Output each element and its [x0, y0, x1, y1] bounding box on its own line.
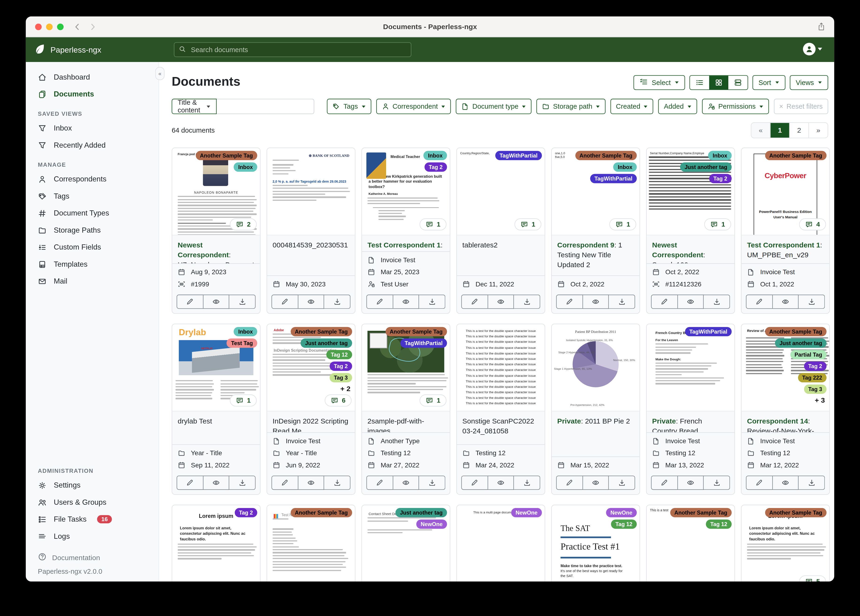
tag-pill[interactable]: NewOne — [511, 508, 542, 517]
tag-pill[interactable]: Tag 3 — [329, 373, 352, 382]
notes-badge[interactable]: 1 — [230, 394, 257, 406]
document-card[interactable]: Lorem ipsumLorem ipsum dolor sit amet, c… — [171, 505, 261, 581]
view-grid-button[interactable] — [709, 75, 728, 89]
edit-button[interactable] — [366, 476, 393, 490]
download-button[interactable] — [229, 476, 256, 490]
notes-badge[interactable]: 1 — [420, 394, 446, 406]
tag-pill[interactable]: Just another tag — [680, 162, 731, 172]
preview-button[interactable] — [203, 476, 229, 490]
notes-badge[interactable]: 4 — [799, 218, 826, 230]
document-title[interactable]: InDesign 2022 Scripting Read Me — [267, 412, 355, 432]
tag-pill[interactable]: Another Sample Tag — [290, 508, 352, 517]
notes-badge[interactable]: 5 — [799, 575, 826, 581]
tag-pill[interactable]: Tag 12 — [611, 520, 637, 529]
document-title[interactable]: Test Correspondent 1: UM_PPBE_en_v29 — [741, 235, 829, 263]
view-list-button[interactable] — [690, 75, 709, 89]
tag-pill[interactable]: Another Sample Tag — [290, 327, 352, 336]
tag-pill[interactable]: Test Tag — [227, 338, 257, 348]
sidebar-item-mail[interactable]: Mail — [26, 273, 159, 289]
filter-created-button[interactable]: Created — [610, 99, 653, 114]
page-button-prev[interactable]: « — [751, 123, 770, 138]
download-button[interactable] — [324, 476, 350, 490]
tag-pill[interactable]: Inbox — [234, 327, 257, 336]
document-title[interactable]: Test Correspondent 1: [paperless] test p… — [362, 235, 450, 251]
document-card[interactable]: CyberPowerPowerPanel® Business EditionUs… — [741, 148, 830, 314]
filter-text-input[interactable] — [217, 99, 314, 114]
document-card[interactable]: Test NameAnother Sample Tag — [267, 505, 356, 581]
document-card[interactable]: Medical TeacherHas the new Kirkpatrick g… — [361, 148, 450, 314]
preview-button[interactable] — [678, 476, 704, 490]
share-icon[interactable] — [817, 22, 825, 33]
tag-pill[interactable]: Another Sample Tag — [670, 508, 731, 517]
tag-pill[interactable]: TagWithPartial — [685, 327, 731, 336]
document-card[interactable]: AdobeInDesign Scripting DocumentationAno… — [267, 324, 356, 495]
sidebar-item-correspondents[interactable]: Correspondents — [26, 171, 159, 188]
document-thumbnail[interactable]: Another Sample TagTagWithPartial1 — [362, 324, 450, 412]
tag-pill[interactable]: Just another tag — [301, 338, 352, 348]
edit-button[interactable] — [271, 476, 298, 490]
notes-badge[interactable]: 1 — [610, 218, 636, 230]
sidebar-item-inbox[interactable]: Inbox — [26, 119, 159, 137]
correspondent-name[interactable]: Newest Correspondent — [178, 241, 229, 259]
edit-button[interactable] — [746, 295, 773, 309]
filter-document-type-button[interactable]: Document type — [456, 99, 532, 114]
tag-pill[interactable]: Another Sample Tag — [575, 151, 637, 160]
preview-button[interactable] — [393, 295, 419, 309]
notes-badge[interactable]: 1 — [420, 218, 446, 230]
edit-button[interactable] — [176, 295, 203, 309]
tag-pill[interactable]: NewOne — [606, 508, 637, 517]
edit-button[interactable] — [366, 295, 393, 309]
document-thumbnail[interactable]: ⊛ BANK OF SCOTLAND2,0 % p. a. auf Ihr Ta… — [267, 148, 355, 236]
document-card[interactable]: Contact Sheet DemoJust another tagNewOne — [361, 505, 450, 581]
document-thumbnail[interactable]: CyberPowerPowerPanel® Business EditionUs… — [741, 148, 829, 236]
tag-pill[interactable]: Tag 12 — [326, 350, 352, 360]
document-thumbnail[interactable]: Review of Arbitral AwardsAnother Sample … — [741, 324, 829, 412]
preview-button[interactable] — [298, 476, 324, 490]
document-thumbnail[interactable]: Lorem ipsumLorem ipsum dolor sit amet, c… — [172, 505, 260, 581]
document-card[interactable]: Serial Number,Company Name,EmployeInboxJ… — [646, 148, 735, 314]
document-thumbnail[interactable]: This is a testAnother Sample TagTag 12 — [647, 505, 734, 581]
tag-pill[interactable]: Another Sample Tag — [765, 151, 827, 160]
document-title[interactable]: Correspondent 14: Review-of-New-York-Fed… — [741, 412, 829, 432]
global-search[interactable] — [174, 42, 411, 57]
download-button[interactable] — [514, 476, 540, 490]
document-title[interactable]: tablerates2 — [457, 235, 545, 275]
page-button-next[interactable]: » — [808, 123, 828, 138]
correspondent-name[interactable]: Newest Correspondent — [652, 241, 703, 259]
preview-button[interactable] — [583, 295, 609, 309]
user-menu[interactable] — [803, 43, 822, 55]
search-input[interactable] — [190, 45, 406, 54]
brand[interactable]: Paperless-ngx — [34, 43, 101, 56]
tag-pill[interactable]: Another Sample Tag — [196, 151, 257, 160]
document-thumbnail[interactable]: Lorem ipsumLorem ipsum dolor sit amet, c… — [741, 505, 829, 581]
document-title[interactable]: 2sample-pdf-with-images — [362, 412, 450, 432]
views-dropdown-button[interactable]: Views — [790, 75, 828, 90]
tag-pill[interactable]: Partial Tag — [790, 350, 826, 360]
document-title[interactable]: Newest Correspondent: Sample100.csv — [647, 235, 734, 263]
tag-pill[interactable]: Another Sample Tag — [385, 327, 447, 336]
tag-pill[interactable]: Tag 12 — [706, 520, 732, 529]
sidebar-item-recently-added[interactable]: Recently Added — [26, 137, 159, 154]
download-button[interactable] — [419, 295, 445, 309]
tag-pill[interactable]: Inbox — [613, 162, 637, 172]
correspondent-name[interactable]: Test Correspondent 1 — [747, 241, 820, 249]
document-title[interactable]: drylab Test — [172, 412, 260, 445]
preview-button[interactable] — [773, 295, 799, 309]
download-button[interactable] — [419, 476, 445, 490]
sidebar-item-document-types[interactable]: Document Types — [26, 205, 159, 222]
edit-button[interactable] — [556, 295, 583, 309]
sidebar-collapse-button[interactable]: « — [155, 67, 165, 80]
tag-pill[interactable]: Inbox — [424, 151, 447, 160]
document-title[interactable]: Private: French Country Bread Revised.do… — [647, 412, 734, 432]
notes-badge[interactable]: 2 — [230, 218, 257, 230]
tag-pill[interactable]: Another Sample Tag — [765, 508, 827, 517]
preview-button[interactable] — [393, 476, 419, 490]
document-thumbnail[interactable]: Patient BP Distribution 2011Normal, 150,… — [552, 324, 640, 412]
reset-filters-button[interactable]: × Reset filters — [774, 99, 828, 114]
edit-button[interactable] — [461, 476, 488, 490]
filter-storage-path-button[interactable]: Storage path — [537, 99, 605, 114]
search-field-dropdown[interactable]: Title & content — [171, 99, 217, 114]
document-card[interactable]: Country,Region/State,TagWithPartial1tabl… — [456, 148, 545, 314]
sidebar-item-tags[interactable]: Tags — [26, 188, 159, 204]
correspondent-name[interactable]: Private — [652, 417, 676, 425]
